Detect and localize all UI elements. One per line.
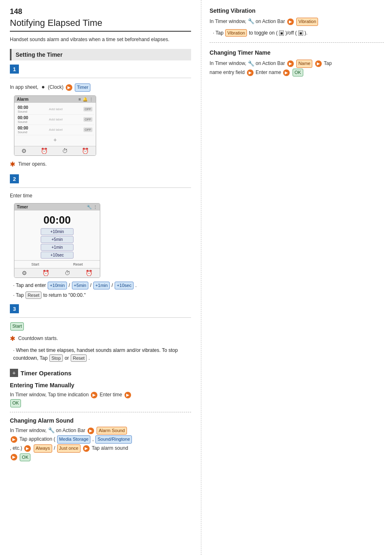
plus1min-btn[interactable]: +1min — [41, 244, 74, 251]
entering-time-title: Entering Time Manually — [10, 382, 191, 388]
arrow-icon-4: ▶ — [88, 428, 94, 434]
more-icon: ⋮ — [89, 97, 93, 102]
changing-timer-name-section: Changing Timer Name In Timer window, 🔧 o… — [210, 49, 384, 83]
arrow-icon-7: ▶ — [83, 445, 90, 452]
reset-tag-1: Reset — [25, 291, 42, 299]
phone-bottom-bar: ⚙ ⏰ ⏱ ⏰ — [14, 146, 96, 155]
star-icon-2: ✱ — [10, 335, 15, 342]
always-tag: Always — [34, 444, 52, 453]
timer-icon: ⏱ — [62, 148, 68, 154]
bell-icon: 🔔 — [83, 97, 88, 102]
timer-tag-1: Timer — [75, 83, 90, 92]
phone-top-icons: ≡ 🔔 ⋮ — [78, 97, 93, 102]
timer-action-bar: Start Reset — [14, 260, 100, 268]
plus10sec-btn[interactable]: +10sec — [41, 252, 74, 259]
wrench-icon: 🔧 — [87, 205, 92, 209]
setting-timer-header: Setting the Timer — [10, 49, 191, 60]
step3-note: ✱ Countdown starts. — [10, 333, 191, 344]
step-2-label: Enter time — [10, 192, 191, 200]
arrow-icon-8: ▶ — [11, 454, 17, 460]
phone2-bottom-bar: ⚙ ⏰ ⏱ ⏰ — [14, 268, 100, 278]
more-icon-2: ⋮ — [93, 205, 97, 209]
on-symbol: ■ — [279, 30, 284, 36]
5min-tag: +5min — [72, 282, 88, 289]
timer-row-1: 00:00 Sound Add label OFF — [16, 104, 94, 115]
step2-bullet2: Tap Reset to return to "00:00." — [13, 291, 191, 300]
stopwatch-icon-2: ⏰ — [85, 270, 92, 276]
phone-mockup-2: Timer 🔧 ⋮ 00:00 +10min +5min +1min +10se… — [14, 203, 100, 278]
step3-bullet1: When the set time elapses, handset sound… — [13, 347, 191, 363]
ok-tag-1: OK — [10, 399, 21, 407]
page-number: 148 — [10, 7, 191, 16]
operations-title: Timer Operations — [21, 370, 71, 377]
step-3-block: 3 Start ✱ Countdown starts. When the set… — [10, 304, 191, 362]
start-label[interactable]: Start — [31, 262, 39, 266]
changing-name-title: Changing Timer Name — [210, 49, 384, 56]
changing-name-text: In Timer window, 🔧 on Action Bar ▶ Name … — [210, 59, 384, 77]
vibration-tag-1: Vibration — [296, 18, 318, 26]
name-tag: Name — [296, 60, 312, 68]
setting-vibration-title: Setting Vibration — [210, 7, 384, 14]
timer-operations-section: + Timer Operations Entering Time Manuall… — [10, 369, 191, 462]
step-2-badge: 2 — [10, 174, 19, 183]
arrow-icon-10: ▶ — [287, 60, 294, 67]
phone-app-title: Alarm — [17, 97, 28, 102]
plus5min-btn[interactable]: +5min — [41, 236, 74, 243]
plus10min-btn[interactable]: +10min — [41, 228, 74, 235]
step-1-badge: 1 — [10, 65, 19, 74]
settings-icon-2: ⚙ — [22, 270, 27, 276]
step-1-block: 1 In app sheet, ● (Clock) ▶ Timer Alarm … — [10, 65, 191, 169]
timer-icon-2: ⏱ — [65, 270, 70, 276]
wrench-icon-2: 🔧 — [48, 426, 55, 435]
off-symbol: ■ — [298, 30, 303, 36]
phone-content: 00:00 Sound Add label OFF 00:00 Sound — [14, 103, 96, 146]
reset-label[interactable]: Reset — [73, 262, 83, 266]
arrow-icon-12: ▶ — [247, 69, 254, 76]
arrow-icon-5: ▶ — [11, 436, 17, 443]
start-tag: Start — [10, 322, 24, 331]
setting-vibration-section: Setting Vibration In Timer window, 🔧 on … — [210, 7, 384, 43]
timer-row-2: 00:00 Sound Add label OFF — [16, 115, 94, 125]
just-once-tag: Just once — [57, 444, 81, 453]
step-2-block: 2 Enter time Timer 🔧 ⋮ 00:00 +10min +5mi… — [10, 174, 191, 299]
timer-row-3: 00:00 Sound Add label OFF — [16, 125, 94, 135]
operations-header: + Timer Operations — [10, 369, 191, 377]
alarm-icon-2: ⏰ — [42, 270, 49, 276]
phone2-title: Timer — [17, 205, 28, 209]
step-3-badge: 3 — [10, 304, 19, 313]
alarm-sound-text: In Timer window, 🔧 on Action Bar ▶ Alarm… — [10, 426, 191, 462]
timer-opens-note: ✱ Timer opens. — [10, 159, 191, 170]
wrench-icon-4: 🔧 — [248, 60, 254, 68]
reset-tag-2: Reset — [71, 354, 87, 362]
alarm-sound-title: Changing Alarm Sound — [10, 417, 191, 424]
step2-bullet1: Tap and enter +10min / +5min / +1min / +… — [13, 281, 191, 290]
settings-icon: ⚙ — [21, 148, 27, 154]
edit-icon: ≡ — [78, 97, 81, 102]
step-1-instruction: In app sheet, ● (Clock) ▶ Timer — [10, 82, 191, 92]
subtitle-text: Handset sounds alarm and vibrates when a… — [10, 36, 191, 43]
timer-increment-buttons: +10min +5min +1min +10sec — [14, 228, 100, 260]
ok-tag-2: OK — [20, 453, 30, 462]
ok-tag-3: OK — [293, 69, 303, 77]
arrow-icon-6: ▶ — [24, 445, 31, 452]
arrow-icon-11: ▶ — [315, 60, 322, 67]
stop-tag: Stop — [49, 354, 63, 362]
sound-ringtone-tag: Sound/Ringtone — [95, 435, 132, 444]
1min-tag: +1min — [93, 282, 110, 289]
stopwatch-icon: ⏰ — [82, 148, 89, 154]
10min-tag: +10min — [48, 282, 67, 289]
add-timer-icon: + — [16, 135, 94, 144]
media-storage-tag: Media Storage — [57, 435, 91, 444]
alarm-sound-tag: Alarm Sound — [97, 427, 127, 435]
10sec-tag: +10sec — [115, 282, 134, 289]
alarm-icon: ⏰ — [41, 148, 48, 154]
timer-display: 00:00 — [14, 210, 100, 228]
arrow-icon-13: ▶ — [283, 69, 290, 76]
entering-time-text: In Timer window, Tap time indication ▶ E… — [10, 391, 191, 408]
arrow-icon-9: ▶ — [287, 18, 294, 25]
arrow-icon-1: ▶ — [66, 84, 72, 91]
phone-mockup-1: Alarm ≡ 🔔 ⋮ 00:00 Sound Add lab — [14, 95, 96, 156]
vibration-tag-2: Vibration — [225, 29, 247, 37]
arrow-icon-2: ▶ — [91, 392, 97, 398]
arrow-icon-3: ▶ — [125, 392, 131, 398]
